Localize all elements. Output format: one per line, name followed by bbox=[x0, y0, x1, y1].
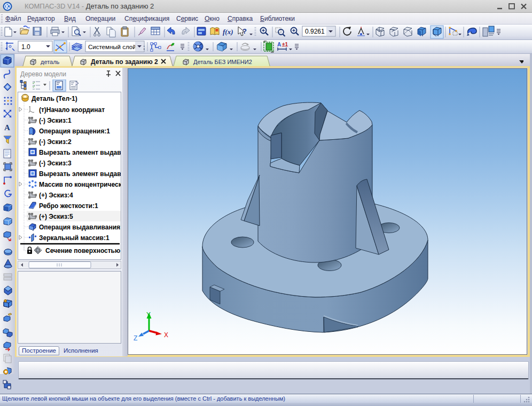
svg-text:Вырезать элемент выдавл: Вырезать элемент выдавл bbox=[39, 149, 121, 156]
svg-text:f(x): f(x) bbox=[223, 28, 233, 36]
svg-text:Деталь по заданию 2: Деталь по заданию 2 bbox=[91, 58, 158, 66]
svg-text:Деталь (Тел-1): Деталь (Тел-1) bbox=[32, 95, 77, 102]
svg-text:деталь: деталь bbox=[41, 59, 60, 65]
svg-text:(-) Эскиз:2: (-) Эскиз:2 bbox=[39, 138, 72, 146]
svg-text:Деталь БЕЗ ИМЕНИ2: Деталь БЕЗ ИМЕНИ2 bbox=[193, 59, 252, 65]
svg-text:±1: ±1 bbox=[282, 42, 288, 47]
svg-text:(-) Эскиз:3: (-) Эскиз:3 bbox=[39, 160, 72, 167]
svg-text:X: X bbox=[164, 331, 168, 339]
svg-text:1.0: 1.0 bbox=[21, 43, 30, 51]
svg-text:Сечение поверхностью:1: Сечение поверхностью:1 bbox=[45, 247, 121, 254]
svg-text:Зеркальный массив:1: Зеркальный массив:1 bbox=[39, 234, 109, 242]
svg-text:Массив по концентрическ: Массив по концентрическ bbox=[39, 181, 121, 188]
svg-text:Вырезать элемент выдавл: Вырезать элемент выдавл bbox=[39, 170, 121, 178]
svg-text:Z: Z bbox=[134, 335, 137, 342]
svg-text:(т)Начало координат: (т)Начало координат bbox=[39, 106, 105, 114]
svg-text:A: A bbox=[4, 123, 10, 132]
svg-text:(+) Эскиз:4: (+) Эскиз:4 bbox=[39, 192, 73, 199]
svg-text:(+) Эскиз:5: (+) Эскиз:5 bbox=[39, 213, 73, 220]
svg-text:Операция вращения:1: Операция вращения:1 bbox=[39, 128, 110, 135]
svg-text:(-) Эскиз:1: (-) Эскиз:1 bbox=[39, 117, 72, 124]
svg-text:А: А bbox=[277, 42, 281, 47]
svg-text:Операция выдавливания:1: Операция выдавливания:1 bbox=[39, 224, 121, 231]
svg-text:Ребро жесткости:1: Ребро жесткости:1 bbox=[39, 202, 98, 210]
svg-text:Y: Y bbox=[146, 311, 151, 319]
svg-text:0.9261: 0.9261 bbox=[305, 28, 325, 35]
svg-text:?: ? bbox=[242, 27, 247, 35]
